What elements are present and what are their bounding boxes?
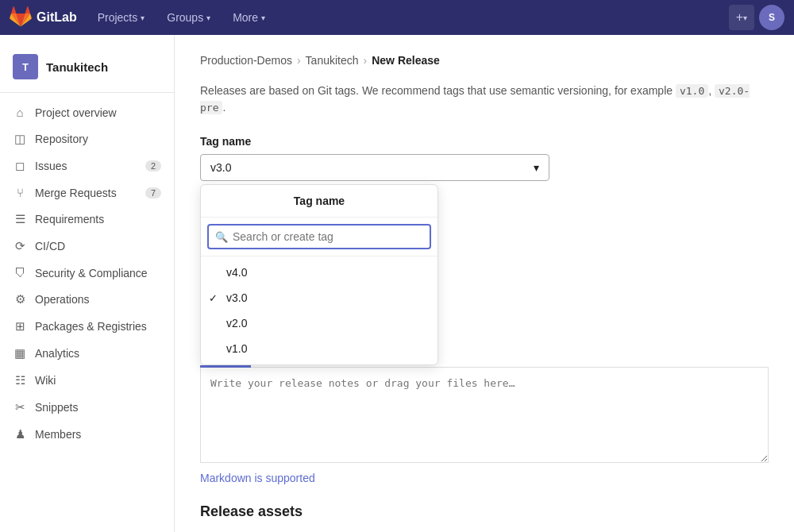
sidebar-user: T Tanukitech: [0, 48, 174, 93]
more-menu[interactable]: More ▾: [225, 6, 273, 29]
sidebar-item-label-analytics: Analytics: [35, 347, 79, 360]
sidebar-item-label-repository: Repository: [35, 133, 88, 145]
sidebar-item-label-merge-requests: Merge Requests: [35, 187, 117, 199]
breadcrumb-part1[interactable]: Production-Demos: [200, 54, 292, 67]
ci-cd-icon: ⟳: [13, 239, 27, 253]
sidebar-item-security-compliance[interactable]: ⛉Security & Compliance: [0, 260, 174, 286]
wiki-icon: ☷: [13, 373, 27, 387]
sidebar-item-label-wiki: Wiki: [35, 374, 56, 387]
tag-options-list: v4.0✓v3.0v2.0v1.0: [201, 256, 437, 364]
dropdown-chevron-icon: ▾: [534, 161, 539, 174]
sidebar-item-merge-requests[interactable]: ⑂Merge Requests7: [0, 179, 174, 206]
sidebar-item-packages-registries[interactable]: ⊞Packages & Registries: [0, 313, 174, 340]
tag-option-v4.0[interactable]: v4.0: [201, 260, 437, 285]
sidebar-item-operations[interactable]: ⚙Operations: [0, 286, 174, 313]
sidebar-item-ci-cd[interactable]: ⟳CI/CD: [0, 233, 174, 260]
gitlab-wordmark: GitLab: [37, 10, 77, 25]
projects-chevron-icon: ▾: [141, 13, 145, 22]
tag-dropdown-search: 🔍: [201, 218, 437, 256]
members-icon: ♟: [13, 427, 27, 441]
projects-menu[interactable]: Projects ▾: [90, 6, 153, 29]
sidebar-item-label-security-compliance: Security & Compliance: [35, 267, 148, 279]
sidebar-item-label-members: Members: [35, 428, 81, 441]
page-layout: T Tanukitech ⌂Project overview◫Repositor…: [0, 35, 794, 532]
tag-option-v2.0[interactable]: v2.0: [201, 310, 437, 336]
sidebar-item-wiki[interactable]: ☷Wiki: [0, 367, 174, 394]
sidebar-item-label-ci-cd: CI/CD: [35, 240, 65, 253]
breadcrumb: Production-Demos › Tanukitech › New Rele…: [200, 54, 769, 67]
tag-dropdown: Tag name 🔍 v4.0✓v3.0v2.0v1.0: [200, 184, 438, 365]
operations-icon: ⚙: [13, 292, 27, 306]
sidebar-item-members[interactable]: ♟Members: [0, 421, 174, 448]
groups-chevron-icon: ▾: [206, 13, 210, 22]
top-nav-right: + ▾ S: [729, 5, 784, 30]
sidebar-item-label-operations: Operations: [35, 293, 89, 306]
code-v1: v1.0: [676, 84, 708, 98]
plus-icon: +: [736, 10, 743, 25]
tag-search-input-wrapper: 🔍: [207, 224, 431, 249]
markdown-link[interactable]: Markdown is supported: [200, 472, 315, 484]
add-button[interactable]: + ▾: [729, 5, 754, 30]
sidebar-username: Tanukitech: [46, 60, 108, 74]
sidebar-item-issues[interactable]: ◻Issues2: [0, 152, 174, 179]
requirements-icon: ☰: [13, 212, 27, 226]
sidebar-item-snippets[interactable]: ✂Snippets: [0, 394, 174, 421]
gitlab-logo[interactable]: GitLab: [10, 6, 77, 29]
release-assets-title: Release assets: [200, 503, 769, 520]
repository-icon: ◫: [13, 132, 27, 146]
breadcrumb-part2[interactable]: Tanukitech: [306, 54, 359, 67]
sidebar-avatar: T: [13, 54, 38, 79]
add-chevron-icon: ▾: [743, 13, 747, 22]
tag-select-button[interactable]: v3.0 ▾: [200, 154, 549, 181]
tag-select-wrapper: v3.0 ▾ Tag name 🔍 v4.0✓v3.0v2.0v1.0: [200, 154, 549, 181]
user-avatar[interactable]: S: [759, 5, 784, 30]
tag-option-v1.0[interactable]: v1.0: [201, 336, 437, 361]
tag-option-label-v1.0: v1.0: [226, 342, 247, 355]
check-mark-icon: ✓: [209, 292, 218, 304]
main-content: Production-Demos › Tanukitech › New Rele…: [175, 35, 794, 532]
more-chevron-icon: ▾: [261, 13, 265, 22]
sidebar-items: ⌂Project overview◫Repository◻Issues2⑂Mer…: [0, 99, 174, 448]
sidebar-item-analytics[interactable]: ▦Analytics: [0, 340, 174, 367]
sidebar-item-label-requirements: Requirements: [35, 213, 104, 226]
tag-option-label-v3.0: v3.0: [226, 291, 247, 304]
merge-requests-icon: ⑂: [13, 186, 27, 199]
sidebar-item-label-project-overview: Project overview: [35, 106, 117, 119]
sidebar-item-label-packages-registries: Packages & Registries: [35, 320, 147, 333]
sidebar-item-requirements[interactable]: ☰Requirements: [0, 206, 174, 233]
sidebar-item-project-overview[interactable]: ⌂Project overview: [0, 99, 174, 125]
analytics-icon: ▦: [13, 346, 27, 360]
snippets-icon: ✂: [13, 400, 27, 414]
tag-name-label: Tag name: [200, 135, 769, 148]
sidebar-item-label-issues: Issues: [35, 160, 67, 172]
sidebar-badge-merge-requests: 7: [145, 187, 161, 199]
tag-search-input[interactable]: [233, 230, 423, 243]
breadcrumb-sep1: ›: [297, 54, 301, 67]
tag-selected-value: v3.0: [210, 161, 231, 174]
top-navigation: GitLab Projects ▾ Groups ▾ More ▾ + ▾ S: [0, 0, 794, 35]
breadcrumb-sep2: ›: [364, 54, 368, 67]
tag-option-label-v2.0: v2.0: [226, 317, 247, 330]
groups-menu[interactable]: Groups ▾: [159, 6, 218, 29]
sidebar: T Tanukitech ⌂Project overview◫Repositor…: [0, 35, 175, 532]
security-compliance-icon: ⛉: [13, 266, 27, 279]
sidebar-item-repository[interactable]: ◫Repository: [0, 125, 174, 152]
release-notes-textarea[interactable]: [200, 368, 769, 463]
tag-dropdown-header: Tag name: [201, 185, 437, 218]
info-text: Releases are based on Git tags. We recom…: [200, 83, 769, 116]
sidebar-badge-issues: 2: [145, 160, 161, 172]
search-icon: 🔍: [215, 231, 228, 243]
tag-option-v3.0[interactable]: ✓v3.0: [201, 285, 437, 310]
issues-icon: ◻: [13, 159, 27, 173]
sidebar-item-label-snippets: Snippets: [35, 401, 78, 414]
packages-registries-icon: ⊞: [13, 319, 27, 333]
tag-option-label-v4.0: v4.0: [226, 266, 247, 279]
breadcrumb-current: New Release: [372, 54, 440, 67]
project-overview-icon: ⌂: [13, 106, 27, 119]
